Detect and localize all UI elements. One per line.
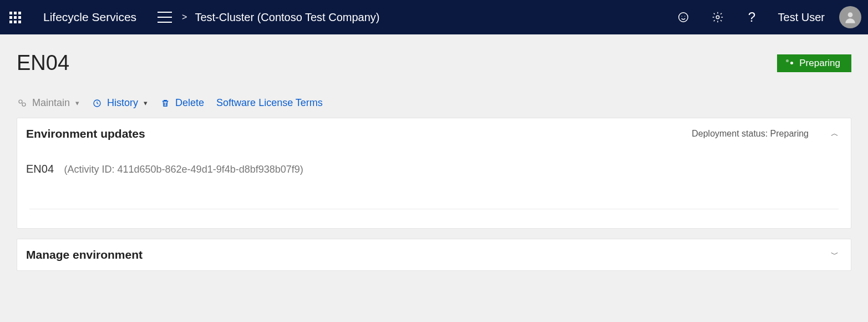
page-title: EN04 [17,51,69,75]
environment-updates-title: Environment updates [26,127,145,140]
chevron-down-icon[interactable]: ﹀ [831,250,839,260]
svg-point-3 [716,16,719,19]
license-terms-link[interactable]: Software License Terms [216,97,323,109]
help-question-icon[interactable]: ? [744,9,760,26]
breadcrumb-chevron-icon: > [182,12,187,22]
history-label: History [107,97,138,109]
breadcrumb: > Test-Cluster (Contoso Test Company) [182,11,379,24]
settings-gear-icon[interactable] [709,9,726,26]
action-toolbar: Maintain ▾ History ▾ Delete Software Lic… [17,97,851,109]
manage-environment-title: Manage environment [26,248,143,261]
brand-title[interactable]: Lifecycle Services [43,11,136,24]
environment-updates-header: Environment updates Deployment status: P… [17,118,851,140]
maintain-button: Maintain ▾ [17,97,79,109]
page-content: EN04 Preparing Maintain ▾ History ▾ [0,34,868,271]
chevron-down-icon: ▾ [75,99,79,107]
delete-button[interactable]: Delete [160,97,204,109]
status-badge-label: Preparing [799,58,840,69]
manage-environment-header: Manage environment ﹀ [17,239,851,261]
top-navbar: Lifecycle Services > Test-Cluster (Conto… [0,0,868,34]
svg-point-6 [22,103,26,106]
environment-name: EN04 [26,163,54,175]
user-avatar[interactable] [839,6,861,28]
feedback-smile-icon[interactable] [675,9,692,26]
svg-point-4 [848,12,853,17]
svg-point-2 [684,16,685,17]
history-button[interactable]: History ▾ [92,97,148,109]
chevron-down-icon: ▾ [144,99,148,107]
user-name-label[interactable]: Test User [778,11,825,24]
activity-id-label: (Activity ID: 411d650b-862e-49d1-9f4b-d8… [64,164,303,175]
license-terms-label: Software License Terms [216,97,323,109]
gears-icon [17,98,28,109]
title-row: EN04 Preparing [17,51,851,75]
chevron-up-icon[interactable]: ︿ [831,129,839,139]
trash-icon [160,98,171,109]
deployment-status-label: Deployment status: Preparing [692,129,809,139]
maintain-label: Maintain [32,97,70,109]
breadcrumb-project-name[interactable]: Test-Cluster (Contoso Test Company) [195,11,379,24]
status-badge: Preparing [777,54,851,72]
delete-label: Delete [175,97,204,109]
svg-point-0 [678,13,688,22]
svg-point-5 [19,100,22,103]
spinner-icon [786,59,794,67]
hamburger-menu-icon[interactable] [158,12,172,23]
environment-updates-panel: Environment updates Deployment status: P… [17,118,851,229]
manage-environment-panel: Manage environment ﹀ [17,239,851,271]
environment-updates-body: EN04 (Activity ID: 411d650b-862e-49d1-9f… [17,140,851,187]
svg-point-1 [681,16,682,17]
clock-icon [92,98,103,109]
app-launcher-waffle-icon[interactable] [7,9,23,26]
